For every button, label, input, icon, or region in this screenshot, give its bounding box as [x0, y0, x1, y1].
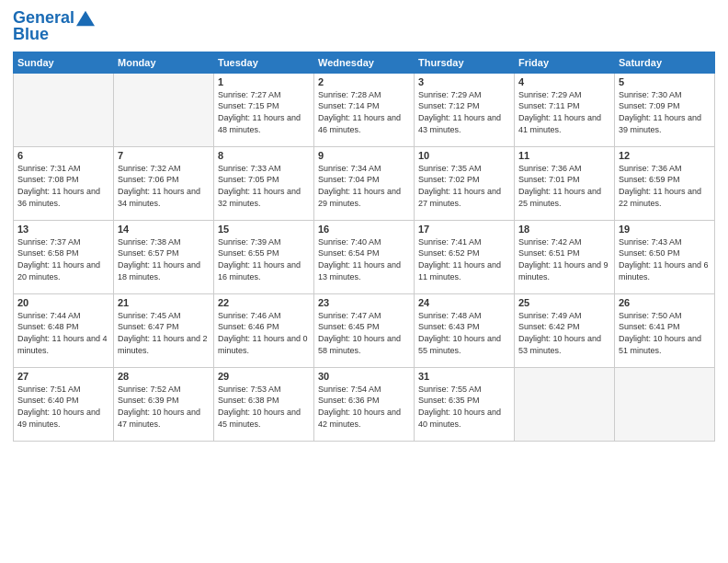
page-container: General Blue SundayMondayTuesdayWednesda… [0, 0, 728, 451]
calendar-cell: 22Sunrise: 7:46 AMSunset: 6:46 PMDayligh… [214, 293, 314, 367]
calendar-cell: 30Sunrise: 7:54 AMSunset: 6:36 PMDayligh… [314, 367, 415, 441]
cell-info: Sunrise: 7:52 AMSunset: 6:39 PMDaylight:… [118, 384, 210, 430]
day-number: 16 [318, 224, 410, 235]
calendar-cell: 13Sunrise: 7:37 AMSunset: 6:58 PMDayligh… [14, 220, 114, 293]
day-number: 10 [418, 150, 510, 161]
calendar-cell: 31Sunrise: 7:55 AMSunset: 6:35 PMDayligh… [415, 367, 515, 441]
cell-info: Sunrise: 7:38 AMSunset: 6:57 PMDaylight:… [118, 236, 210, 282]
col-header-tuesday: Tuesday [214, 52, 314, 73]
calendar-table: SundayMondayTuesdayWednesdayThursdayFrid… [13, 52, 715, 442]
calendar-cell [615, 367, 715, 441]
week-row-5: 27Sunrise: 7:51 AMSunset: 6:40 PMDayligh… [14, 367, 715, 441]
cell-info: Sunrise: 7:53 AMSunset: 6:38 PMDaylight:… [218, 384, 310, 430]
day-number: 21 [118, 297, 210, 308]
day-number: 22 [218, 297, 310, 308]
week-row-1: 1Sunrise: 7:27 AMSunset: 7:15 PMDaylight… [14, 73, 715, 146]
calendar-cell: 18Sunrise: 7:42 AMSunset: 6:51 PMDayligh… [515, 220, 615, 293]
calendar-cell: 16Sunrise: 7:40 AMSunset: 6:54 PMDayligh… [314, 220, 415, 293]
calendar-cell: 17Sunrise: 7:41 AMSunset: 6:52 PMDayligh… [415, 220, 515, 293]
cell-info: Sunrise: 7:47 AMSunset: 6:45 PMDaylight:… [318, 310, 410, 356]
day-number: 17 [418, 224, 510, 235]
calendar-cell: 28Sunrise: 7:52 AMSunset: 6:39 PMDayligh… [114, 367, 214, 441]
cell-info: Sunrise: 7:29 AMSunset: 7:12 PMDaylight:… [418, 89, 510, 135]
day-number: 24 [418, 297, 510, 308]
day-number: 20 [17, 297, 109, 308]
calendar-cell: 24Sunrise: 7:48 AMSunset: 6:43 PMDayligh… [415, 293, 515, 367]
cell-info: Sunrise: 7:35 AMSunset: 7:02 PMDaylight:… [418, 163, 510, 209]
day-number: 15 [218, 224, 310, 235]
calendar-cell: 26Sunrise: 7:50 AMSunset: 6:41 PMDayligh… [615, 293, 715, 367]
week-row-2: 6Sunrise: 7:31 AMSunset: 7:08 PMDaylight… [14, 146, 715, 220]
col-header-saturday: Saturday [615, 52, 715, 73]
cell-info: Sunrise: 7:29 AMSunset: 7:11 PMDaylight:… [518, 89, 610, 135]
day-number: 6 [17, 150, 109, 161]
day-number: 12 [619, 150, 711, 161]
day-number: 5 [619, 76, 711, 87]
day-number: 1 [218, 76, 310, 87]
col-header-friday: Friday [515, 52, 615, 73]
col-header-thursday: Thursday [415, 52, 515, 73]
calendar-cell [14, 73, 114, 146]
calendar-cell: 25Sunrise: 7:49 AMSunset: 6:42 PMDayligh… [515, 293, 615, 367]
day-number: 27 [17, 371, 109, 382]
cell-info: Sunrise: 7:34 AMSunset: 7:04 PMDaylight:… [318, 163, 410, 209]
cell-info: Sunrise: 7:42 AMSunset: 6:51 PMDaylight:… [518, 236, 610, 282]
cell-info: Sunrise: 7:39 AMSunset: 6:55 PMDaylight:… [218, 236, 310, 282]
logo: General Blue [13, 9, 95, 44]
calendar-cell: 4Sunrise: 7:29 AMSunset: 7:11 PMDaylight… [515, 73, 615, 146]
calendar-cell: 8Sunrise: 7:33 AMSunset: 7:05 PMDaylight… [214, 146, 314, 220]
cell-info: Sunrise: 7:48 AMSunset: 6:43 PMDaylight:… [418, 310, 510, 356]
day-number: 11 [518, 150, 610, 161]
cell-info: Sunrise: 7:36 AMSunset: 6:59 PMDaylight:… [619, 163, 711, 209]
calendar-cell: 10Sunrise: 7:35 AMSunset: 7:02 PMDayligh… [415, 146, 515, 220]
cell-info: Sunrise: 7:32 AMSunset: 7:06 PMDaylight:… [118, 163, 210, 209]
calendar-cell: 11Sunrise: 7:36 AMSunset: 7:01 PMDayligh… [515, 146, 615, 220]
cell-info: Sunrise: 7:27 AMSunset: 7:15 PMDaylight:… [218, 89, 310, 135]
svg-marker-0 [76, 11, 95, 27]
header-row: SundayMondayTuesdayWednesdayThursdayFrid… [14, 52, 715, 73]
cell-info: Sunrise: 7:43 AMSunset: 6:50 PMDaylight:… [619, 236, 711, 282]
day-number: 18 [518, 224, 610, 235]
day-number: 8 [218, 150, 310, 161]
day-number: 25 [518, 297, 610, 308]
calendar-cell: 7Sunrise: 7:32 AMSunset: 7:06 PMDaylight… [114, 146, 214, 220]
calendar-cell: 29Sunrise: 7:53 AMSunset: 6:38 PMDayligh… [214, 367, 314, 441]
day-number: 2 [318, 76, 410, 87]
cell-info: Sunrise: 7:41 AMSunset: 6:52 PMDaylight:… [418, 236, 510, 282]
day-number: 19 [619, 224, 711, 235]
calendar-cell [515, 367, 615, 441]
calendar-cell: 14Sunrise: 7:38 AMSunset: 6:57 PMDayligh… [114, 220, 214, 293]
day-number: 9 [318, 150, 410, 161]
day-number: 26 [619, 297, 711, 308]
col-header-sunday: Sunday [14, 52, 114, 73]
calendar-cell: 21Sunrise: 7:45 AMSunset: 6:47 PMDayligh… [114, 293, 214, 367]
cell-info: Sunrise: 7:30 AMSunset: 7:09 PMDaylight:… [619, 89, 711, 135]
cell-info: Sunrise: 7:45 AMSunset: 6:47 PMDaylight:… [118, 310, 210, 356]
logo-subtext: Blue [13, 26, 95, 44]
col-header-wednesday: Wednesday [314, 52, 415, 73]
day-number: 29 [218, 371, 310, 382]
cell-info: Sunrise: 7:31 AMSunset: 7:08 PMDaylight:… [17, 163, 109, 209]
cell-info: Sunrise: 7:55 AMSunset: 6:35 PMDaylight:… [418, 384, 510, 430]
calendar-cell: 27Sunrise: 7:51 AMSunset: 6:40 PMDayligh… [14, 367, 114, 441]
week-row-4: 20Sunrise: 7:44 AMSunset: 6:48 PMDayligh… [14, 293, 715, 367]
cell-info: Sunrise: 7:28 AMSunset: 7:14 PMDaylight:… [318, 89, 410, 135]
cell-info: Sunrise: 7:33 AMSunset: 7:05 PMDaylight:… [218, 163, 310, 209]
calendar-cell: 2Sunrise: 7:28 AMSunset: 7:14 PMDaylight… [314, 73, 415, 146]
calendar-cell: 23Sunrise: 7:47 AMSunset: 6:45 PMDayligh… [314, 293, 415, 367]
cell-info: Sunrise: 7:51 AMSunset: 6:40 PMDaylight:… [17, 384, 109, 430]
col-header-monday: Monday [114, 52, 214, 73]
cell-info: Sunrise: 7:44 AMSunset: 6:48 PMDaylight:… [17, 310, 109, 356]
day-number: 3 [418, 76, 510, 87]
day-number: 14 [118, 224, 210, 235]
cell-info: Sunrise: 7:54 AMSunset: 6:36 PMDaylight:… [318, 384, 410, 430]
calendar-cell: 1Sunrise: 7:27 AMSunset: 7:15 PMDaylight… [214, 73, 314, 146]
cell-info: Sunrise: 7:46 AMSunset: 6:46 PMDaylight:… [218, 310, 310, 356]
cell-info: Sunrise: 7:40 AMSunset: 6:54 PMDaylight:… [318, 236, 410, 282]
cell-info: Sunrise: 7:36 AMSunset: 7:01 PMDaylight:… [518, 163, 610, 209]
logo-icon [76, 9, 95, 28]
calendar-cell: 6Sunrise: 7:31 AMSunset: 7:08 PMDaylight… [14, 146, 114, 220]
day-number: 28 [118, 371, 210, 382]
calendar-cell: 5Sunrise: 7:30 AMSunset: 7:09 PMDaylight… [615, 73, 715, 146]
cell-info: Sunrise: 7:49 AMSunset: 6:42 PMDaylight:… [518, 310, 610, 356]
